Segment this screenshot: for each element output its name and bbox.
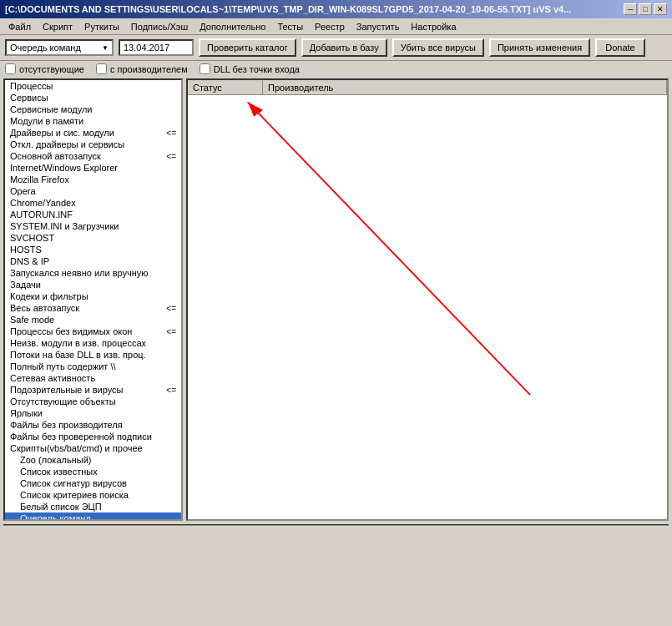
list-item[interactable]: Список критериев поиска [5,489,181,501]
category-dropdown[interactable]: Очередь команд ▼ [5,39,114,56]
close-button[interactable]: ✕ [654,3,667,15]
list-item[interactable]: Модули в памяти [5,115,181,127]
list-item[interactable]: Подозрительные и вирусы<= [5,384,181,396]
sidebar-item-label: Отсутствующие объекты [10,396,116,406]
list-item[interactable]: Очередь команд [5,512,181,521]
annotation-arrow [188,80,667,519]
list-item[interactable]: Потоки на базе DLL в изв. проц. [5,349,181,361]
list-item[interactable]: Скрипты(vbs/bat/cmd) и прочее [5,442,181,454]
sidebar-list[interactable]: ПроцессыСервисыСервисные модулиМодули в … [3,78,183,521]
dropdown-label: Очередь команд [10,43,81,53]
sidebar-item-label: Сетевая активность [10,373,95,383]
sidebar-item-label: Zoo (локальный) [20,455,91,465]
sidebar-item-label: Internet/Windows Explorer [10,163,118,173]
table-header: Статус Производитель [188,80,667,95]
dll-no-entry-label: DLL без точки входа [214,64,300,74]
sidebar-item-label: Список сигнатур вирусов [20,478,127,488]
donate-button[interactable]: Donate [595,38,644,57]
missing-checkbox-label[interactable]: отсутствующие [5,63,84,74]
list-item[interactable]: Запускался неявно или вручную [5,267,181,279]
sidebar-item-label: Потоки на базе DLL в изв. проц. [10,350,146,360]
missing-checkbox[interactable] [5,63,16,74]
sidebar-item-label: Белый список ЭЦП [20,502,102,512]
content-area: ПроцессыСервисыСервисные модулиМодули в … [0,77,672,523]
table-area: Статус Производитель [186,78,669,521]
maximize-button[interactable]: □ [639,3,652,15]
check-catalog-button[interactable]: Проверить каталог [199,38,296,57]
svg-line-1 [248,102,530,395]
list-item[interactable]: Кодеки и фильтры [5,290,181,302]
menu-item-подпись-хэш[interactable]: Подпись/Хэш [126,21,193,33]
with-manufacturer-label: с производителем [110,64,188,74]
sidebar-item-label: Весь автозапуск [10,303,79,313]
status-column-header[interactable]: Статус [188,80,263,94]
list-item[interactable]: SVCHOST [5,232,181,244]
list-item[interactable]: Основной автозапуск<= [5,150,181,162]
menu-item-скрипт[interactable]: Скрипт [38,21,78,33]
list-item[interactable]: Mozilla Firefox [5,174,181,185]
list-item[interactable]: Chrome/Yandex [5,197,181,209]
dll-no-entry-checkbox-label[interactable]: DLL без точки входа [200,63,300,74]
title-bar-text: [C:\DOCUMENTS AND SETTINGS\USER\LOCALS~1… [5,4,571,14]
list-item[interactable]: Safe mode [5,314,181,326]
list-item[interactable]: Белый список ЭЦП [5,501,181,512]
list-item[interactable]: DNS & IP [5,255,181,267]
sidebar-item-label: Ярлыки [10,408,43,418]
list-item[interactable]: Весь автозапуск<= [5,302,181,314]
sidebar-item-label: Откл. драйверы и сервисы [10,139,124,149]
list-item[interactable]: Сервисы [5,92,181,103]
accept-changes-button[interactable]: Принять изменения [489,38,590,57]
title-bar-buttons: ─ □ ✕ [624,3,667,15]
menu-item-запустить[interactable]: Запустить [351,21,405,33]
list-item[interactable]: SYSTEM.INI и Загрузчики [5,220,181,232]
list-item[interactable]: Драйверы и сис. модули<= [5,127,181,139]
sidebar-item-label: Файлы без производителя [10,420,123,430]
list-item[interactable]: Opera [5,185,181,197]
menu-item-руткиты[interactable]: Руткиты [79,21,124,33]
list-item[interactable]: Процессы [5,80,181,92]
menu-item-файл[interactable]: Файл [3,21,36,33]
sidebar-item-label: Основной автозапуск [10,151,101,161]
list-item[interactable]: Zoo (локальный) [5,454,181,466]
sidebar-item-label: Список известных [20,467,98,477]
sidebar-item-label: Процессы без видимых окон [10,326,132,336]
list-item[interactable]: Файлы без проверенной подписи [5,431,181,442]
sidebar-item-label: Сервисы [10,93,48,103]
list-item[interactable]: HOSTS [5,244,181,255]
list-item[interactable]: AUTORUN.INF [5,209,181,220]
toolbar-row: Очередь команд ▼ Проверить каталог Добав… [0,35,672,61]
dll-no-entry-checkbox[interactable] [200,63,210,74]
list-item[interactable]: Файлы без производителя [5,419,181,431]
sidebar-item-label: Сервисные модули [10,104,93,114]
menu-item-настройка[interactable]: Настройка [406,21,461,33]
menu-item-тесты[interactable]: Тесты [272,21,308,33]
sidebar-item-label: Запускался неявно или вручную [10,268,149,278]
list-item[interactable]: Ярлыки [5,407,181,419]
sidebar-item-arrow: <= [166,152,176,161]
list-item[interactable]: Задачи [5,279,181,290]
sidebar-item-label: Скрипты(vbs/bat/cmd) и прочее [10,443,143,453]
list-item[interactable]: Список сигнатур вирусов [5,477,181,489]
list-item[interactable]: Internet/Windows Explorer [5,162,181,174]
title-bar: [C:\DOCUMENTS AND SETTINGS\USER\LOCALS~1… [0,0,672,18]
sidebar-item-label: Список критериев поиска [20,490,129,500]
menu-item-дополнительно[interactable]: Дополнительно [195,21,270,33]
menu-item-реестр[interactable]: Реестр [310,21,350,33]
producer-column-header[interactable]: Производитель [263,80,667,94]
list-item[interactable]: Сервисные модули [5,103,181,115]
list-item[interactable]: Отсутствующие объекты [5,396,181,407]
minimize-button[interactable]: ─ [624,3,637,15]
list-item[interactable]: Неизв. модули в изв. процессах [5,337,181,349]
list-item[interactable]: Откл. драйверы и сервисы [5,139,181,150]
add-to-base-button[interactable]: Добавить в базу [301,38,387,57]
sidebar-item-label: Задачи [10,280,41,290]
sidebar-item-label: Неизв. модули в изв. процессах [10,338,146,348]
list-item[interactable]: Полный путь содержит \\ [5,361,181,372]
date-input[interactable] [119,39,194,56]
with-manufacturer-checkbox-label[interactable]: с производителем [96,63,188,74]
list-item[interactable]: Процессы без видимых окон<= [5,326,181,337]
with-manufacturer-checkbox[interactable] [96,63,107,74]
list-item[interactable]: Список известных [5,466,181,477]
kill-all-viruses-button[interactable]: Убить все вирусы [392,38,484,57]
list-item[interactable]: Сетевая активность [5,372,181,384]
